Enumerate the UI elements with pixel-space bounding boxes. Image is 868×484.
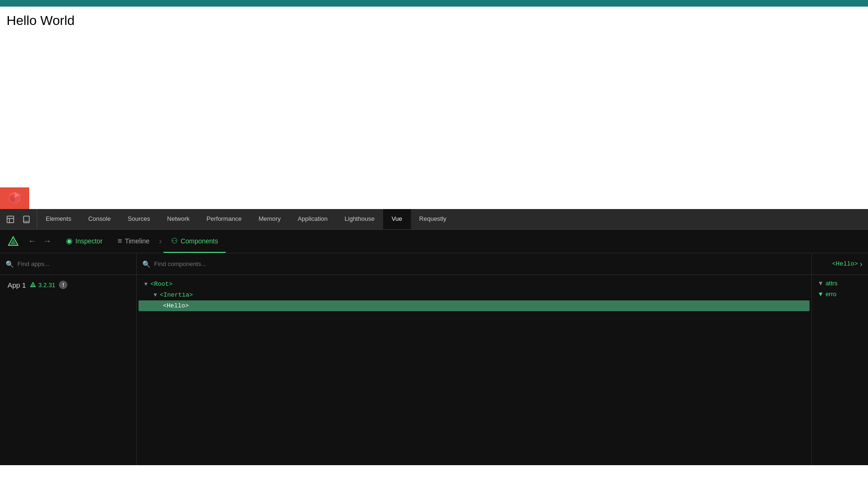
tab-vue[interactable]: Vue	[383, 209, 411, 229]
app-item[interactable]: App 1 3.2.31 !	[0, 275, 136, 295]
tab-requestly[interactable]: Requestly	[411, 209, 455, 229]
vue-logo	[6, 234, 21, 249]
devtools-icons	[0, 209, 37, 229]
right-panel-arrow: ›	[860, 260, 862, 268]
find-apps-search-icon: 🔍	[6, 260, 14, 268]
selected-component-label: <Hello>	[832, 260, 858, 267]
component-tree: ▼ <Root> ▼ <Inertia> <Hello>	[137, 275, 811, 465]
tree-item-inertia[interactable]: ▼ <Inertia>	[137, 290, 811, 300]
tab-memory[interactable]: Memory	[250, 209, 289, 229]
tab-application[interactable]: Application	[289, 209, 336, 229]
find-components-input[interactable]	[154, 260, 806, 267]
browser-bar	[0, 0, 868, 7]
inspect-element-icon[interactable]	[4, 213, 17, 226]
tree-item-root[interactable]: ▼ <Root>	[137, 279, 811, 290]
tab-performance[interactable]: Performance	[198, 209, 250, 229]
laravel-badge	[0, 187, 29, 209]
device-toggle-icon[interactable]	[20, 213, 33, 226]
erro-label: ▼ erro	[812, 289, 868, 299]
inspector-icon: ◉	[66, 236, 73, 245]
subtab-timeline[interactable]: ≡ Timeline	[110, 230, 157, 253]
vue-subtabs: ◉ Inspector ≡ Timeline › ⚇ Components	[58, 230, 226, 253]
tree-item-hello[interactable]: <Hello>	[139, 300, 810, 311]
page-hello-text: Hello World	[7, 13, 861, 28]
svg-rect-0	[7, 216, 14, 223]
tab-lighthouse[interactable]: Lighthouse	[336, 209, 383, 229]
back-button[interactable]: ←	[25, 234, 40, 249]
subtab-chevron: ›	[157, 230, 164, 253]
root-arrow: ▼	[144, 281, 147, 288]
find-apps-input[interactable]	[17, 260, 131, 267]
devtools-tabs: Elements Console Sources Network Perform…	[37, 209, 868, 229]
find-components-bar: 🔍	[137, 253, 811, 275]
timeline-icon: ≡	[118, 237, 122, 245]
devtools-tabbar: Elements Console Sources Network Perform…	[0, 209, 868, 230]
tab-elements[interactable]: Elements	[37, 209, 80, 229]
apps-sidebar: 🔍 App 1 3.2.31 !	[0, 253, 137, 465]
right-panel-header: <Hello> ›	[812, 253, 868, 275]
devtools-panel: Elements Console Sources Network Perform…	[0, 209, 868, 465]
inertia-arrow: ▼	[154, 292, 157, 298]
components-icon: ⚇	[171, 236, 178, 245]
svg-point-5	[26, 222, 27, 223]
find-components-search-icon: 🔍	[142, 260, 150, 268]
vue-version-badge: 3.2.31	[30, 282, 55, 289]
warning-icon: !	[59, 281, 67, 289]
tab-sources[interactable]: Sources	[119, 209, 159, 229]
attrs-label: ▼ attrs	[812, 275, 868, 289]
component-details-panel: <Hello> › ▼ attrs ▼ erro	[811, 253, 868, 465]
subtab-inspector[interactable]: ◉ Inspector	[58, 230, 110, 253]
page-content: Hello World	[0, 7, 868, 209]
forward-button[interactable]: →	[40, 234, 55, 249]
svg-rect-3	[24, 216, 29, 223]
component-tree-panel: 🔍 ▼ <Root> ▼ <Inertia> <Hello>	[137, 253, 811, 465]
tab-network[interactable]: Network	[159, 209, 198, 229]
find-apps-bar: 🔍	[0, 253, 136, 275]
tab-console[interactable]: Console	[80, 209, 119, 229]
subtab-components[interactable]: ⚇ Components	[164, 230, 225, 253]
devtools-content: 🔍 App 1 3.2.31 ! 🔍	[0, 253, 868, 465]
vue-toolbar: ← → ◉ Inspector ≡ Timeline › ⚇ Component…	[0, 230, 868, 253]
